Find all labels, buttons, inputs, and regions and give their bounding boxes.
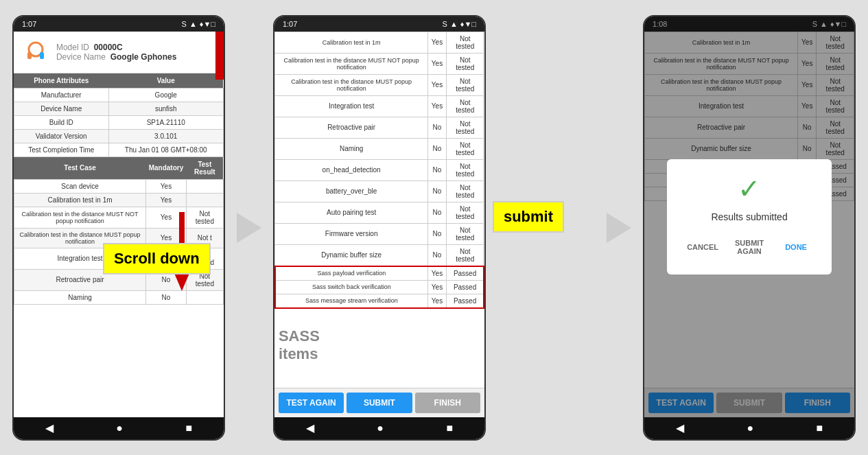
table-row: Calibration test in 1mYesNot tested bbox=[275, 32, 484, 53]
attr-row: Device Namesunfish bbox=[14, 102, 223, 115]
attributes-table: Phone Attributes Value ManufacturerGoogl… bbox=[14, 73, 224, 157]
nav-bar-2: ◀ ● ■ bbox=[274, 417, 484, 439]
back-icon[interactable]: ◀ bbox=[45, 421, 54, 434]
results-dialog-overlay: ✓ Results submitted CANCEL SUBMIT AGAIN … bbox=[644, 16, 854, 417]
attr-row: ManufacturerGoogle bbox=[14, 88, 223, 102]
submit-button-2[interactable]: SUBMIT bbox=[347, 393, 412, 413]
table-row: on_head_detectionNoNot tested bbox=[275, 159, 484, 180]
arrow-2 bbox=[602, 213, 636, 243]
dialog-message: Results submitted bbox=[681, 211, 818, 222]
status-bar-2: 1:07 S ▲ ♦▼□ bbox=[274, 16, 484, 32]
test-row: Scan deviceYes bbox=[14, 179, 223, 193]
table-row: Auto pairing testNoNot tested bbox=[275, 202, 484, 223]
screen-3: 1:08 S ▲ ♦▼□ Calibration test in 1mYesNo… bbox=[643, 15, 856, 441]
status-icons-1: S ▲ ♦▼□ bbox=[182, 20, 215, 28]
time-2: 1:07 bbox=[283, 20, 297, 28]
results-dialog: ✓ Results submitted CANCEL SUBMIT AGAIN … bbox=[667, 159, 832, 275]
status-bar-1: 1:07 S ▲ ♦▼□ bbox=[14, 16, 224, 32]
submit-annotation: submit bbox=[493, 201, 564, 233]
time-1: 1:07 bbox=[22, 20, 36, 28]
submit-annotation-container: submit bbox=[493, 201, 564, 233]
attr-row: Build IDSP1A.21110 bbox=[14, 115, 223, 129]
screen-2: 1:07 S ▲ ♦▼□ Calibration test in 1mYesNo… bbox=[273, 15, 486, 441]
scroll-annotation: Scroll down bbox=[103, 243, 211, 275]
status-icons-2: S ▲ ♦▼□ bbox=[443, 20, 476, 28]
svg-rect-2 bbox=[40, 52, 44, 59]
sass-items-label: SASSitems bbox=[279, 327, 320, 364]
nav-bar-3: ◀ ● ■ bbox=[644, 417, 854, 439]
table-row: battery_over_bleNoNot tested bbox=[275, 180, 484, 202]
home-icon[interactable]: ● bbox=[116, 422, 123, 434]
table-row: Calibration test in the distance MUST NO… bbox=[275, 53, 484, 74]
nav-bar-1: ◀ ● ■ bbox=[14, 417, 224, 439]
dialog-buttons: CANCEL SUBMIT AGAIN DONE bbox=[681, 233, 818, 261]
table-row: Retroactive pairNoNot tested bbox=[275, 117, 484, 138]
table-row: NamingNoNot tested bbox=[275, 138, 484, 159]
attr-row: Test Completion TimeThu Jan 01 08 GMT+08… bbox=[14, 143, 223, 156]
sass-row: Sass payload verificationYesPassed bbox=[275, 266, 484, 281]
back-icon-3[interactable]: ◀ bbox=[676, 421, 684, 434]
dialog-done-button[interactable]: DONE bbox=[774, 233, 818, 261]
test-again-button-2[interactable]: TEST AGAIN bbox=[279, 393, 344, 413]
recents-icon[interactable]: ■ bbox=[185, 422, 192, 434]
test-row: Calibration test in 1mYes bbox=[14, 193, 223, 207]
screen-1: 1:07 S ▲ ♦▼□ Model ID 00000C Device Name… bbox=[12, 15, 225, 441]
right-arrow-icon bbox=[237, 213, 261, 243]
home-icon-2[interactable]: ● bbox=[377, 422, 384, 434]
arrow-1 bbox=[232, 213, 266, 243]
recents-icon-3[interactable]: ■ bbox=[817, 422, 823, 434]
svg-rect-1 bbox=[27, 52, 32, 59]
headphone-icon bbox=[22, 38, 49, 66]
bottom-buttons-2: TEST AGAIN SUBMIT FINISH bbox=[274, 388, 484, 417]
table-row: Dynamic buffer sizeNoNot tested bbox=[275, 244, 484, 266]
right-arrow-icon-2 bbox=[607, 213, 631, 243]
table-row: Firmware versionNoNot tested bbox=[275, 223, 484, 244]
attr-row: Validator Version3.0.101 bbox=[14, 129, 223, 143]
finish-button-2[interactable]: FINISH bbox=[415, 393, 480, 413]
sass-row: Sass switch back verificationYesPassed bbox=[275, 280, 484, 294]
dialog-cancel-button[interactable]: CANCEL bbox=[681, 233, 725, 261]
dialog-submit-again-button[interactable]: SUBMIT AGAIN bbox=[727, 233, 771, 261]
table-row: Integration testYesNot tested bbox=[275, 95, 484, 117]
main-table-2: Calibration test in 1mYesNot tested Cali… bbox=[274, 32, 484, 309]
table-row: Calibration test in the distance MUST po… bbox=[275, 74, 484, 95]
device-header: Model ID 00000C Device Name Google Gphon… bbox=[14, 32, 224, 73]
recents-icon-2[interactable]: ■ bbox=[446, 422, 453, 434]
test-table-1: Test Case Mandatory Test Result Scan dev… bbox=[14, 157, 224, 305]
home-icon-3[interactable]: ● bbox=[747, 422, 753, 434]
device-info: Model ID 00000C Device Name Google Gphon… bbox=[56, 43, 176, 62]
sass-row: Sass message stream verificationYesPasse… bbox=[275, 294, 484, 308]
checkmark-icon: ✓ bbox=[681, 173, 818, 205]
back-icon-2[interactable]: ◀ bbox=[306, 421, 314, 434]
